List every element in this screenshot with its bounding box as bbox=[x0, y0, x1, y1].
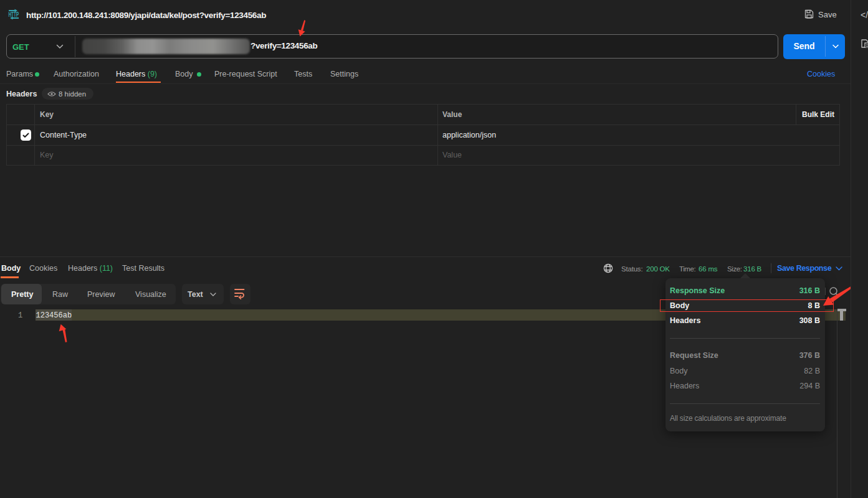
svg-text:HTTP: HTTP bbox=[9, 11, 19, 18]
